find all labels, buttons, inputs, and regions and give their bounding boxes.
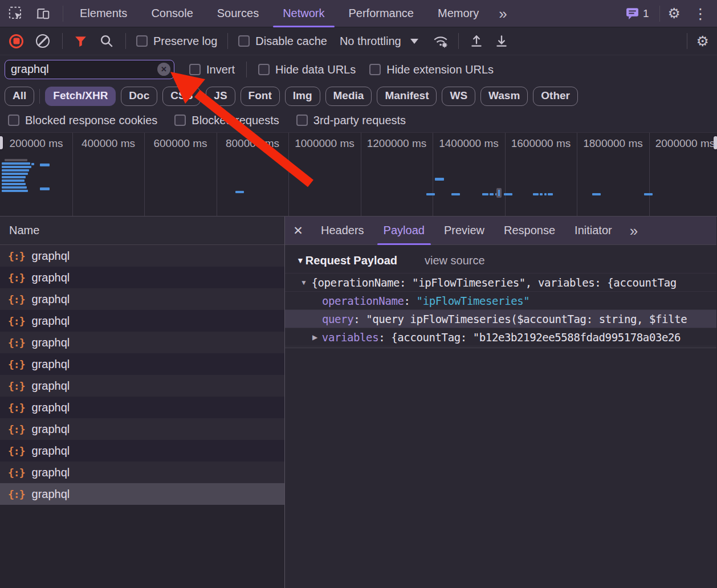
record-network-log-icon[interactable]	[9, 34, 23, 48]
timeline-gridline	[72, 133, 73, 216]
json-colon: :	[404, 295, 417, 307]
network-main-area: Name {:}graphql{:}graphql{:}graphql{:}gr…	[0, 217, 717, 588]
filter-chip-media[interactable]: Media	[325, 87, 372, 106]
filter-chip-ws[interactable]: WS	[442, 87, 475, 106]
detail-tab-headers[interactable]: Headers	[311, 217, 374, 245]
hide-data-urls-checkbox[interactable]	[258, 64, 270, 75]
request-row[interactable]: {:}graphql	[0, 310, 284, 332]
filter-input[interactable]	[5, 60, 174, 79]
search-icon[interactable]	[97, 31, 116, 51]
blocked-requests-label: Blocked requests	[192, 114, 279, 127]
filter-chip-other[interactable]: Other	[533, 87, 578, 106]
timeline-tick-label: 1600000 ms	[505, 137, 577, 150]
collapse-triangle-icon[interactable]: ▼	[296, 256, 304, 265]
filter-chip-manifest[interactable]: Manifest	[377, 87, 437, 106]
request-row[interactable]: {:}graphql	[0, 375, 284, 397]
filter-chip-doc[interactable]: Doc	[121, 87, 157, 106]
disable-cache-checkbox[interactable]	[238, 35, 250, 47]
detail-tab-response[interactable]: Response	[494, 217, 565, 245]
tab-elements[interactable]: Elements	[68, 0, 139, 27]
view-source-link[interactable]: view source	[425, 254, 485, 267]
request-row[interactable]: {:}graphql	[0, 483, 284, 505]
more-tabs-chevron-icon[interactable]: »	[491, 6, 515, 21]
filter-options-row: Blocked response cookies Blocked request…	[0, 108, 717, 133]
inspect-element-icon[interactable]	[6, 4, 25, 23]
detail-tab-payload[interactable]: Payload	[374, 217, 434, 245]
request-row[interactable]: {:}graphql	[0, 397, 284, 418]
tab-performance[interactable]: Performance	[337, 0, 426, 27]
request-payload-title[interactable]: ▼Request Payload	[296, 254, 397, 267]
tab-sources[interactable]: Sources	[205, 0, 271, 27]
network-toolbar: Preserve log Disable cache No throttling	[0, 27, 717, 55]
filter-input-wrap: ✕	[5, 60, 174, 79]
device-toolbar-icon[interactable]	[33, 4, 52, 23]
network-settings-gear-icon[interactable]: ⚙	[696, 34, 709, 48]
preserve-log-checkbox[interactable]	[136, 35, 148, 47]
third-party-requests-checkbox[interactable]	[296, 115, 308, 126]
filter-chip-js[interactable]: JS	[206, 87, 235, 106]
json-key: operationName	[322, 295, 404, 307]
close-panel-icon[interactable]: ✕	[285, 224, 311, 238]
divider	[659, 6, 660, 22]
issues-icon[interactable]	[622, 4, 642, 23]
more-detail-tabs-chevron-icon[interactable]: »	[622, 223, 646, 238]
timeline-tick-label: 400000 ms	[72, 137, 145, 150]
tab-network[interactable]: Network	[271, 0, 336, 27]
request-row[interactable]: {:}graphql	[0, 245, 284, 267]
timeline-tick-label: 1400000 ms	[433, 137, 505, 150]
blocked-response-cookies-checkbox[interactable]	[8, 115, 19, 126]
more-options-icon[interactable]: ⋮	[690, 6, 711, 21]
throttling-dropdown-arrow-icon[interactable]	[410, 39, 418, 44]
clear-network-log-icon[interactable]	[36, 34, 50, 48]
clear-filter-icon[interactable]: ✕	[157, 63, 170, 76]
network-activity-bar	[40, 187, 50, 190]
blocked-requests-checkbox[interactable]	[174, 115, 186, 126]
network-overview-timeline[interactable]: 200000 ms400000 ms600000 ms800000 ms1000…	[0, 133, 717, 217]
settings-gear-icon[interactable]: ⚙	[668, 6, 681, 21]
filter-chip-font[interactable]: Font	[241, 87, 280, 106]
payload-root-row[interactable]: ▼ {operationName: "ipFlowTimeseries", va…	[285, 273, 716, 291]
network-activity-bar	[451, 193, 460, 195]
expand-triangle-icon[interactable]: ▶	[312, 333, 317, 341]
tab-memory[interactable]: Memory	[426, 0, 491, 27]
import-har-icon[interactable]	[467, 31, 486, 51]
request-row[interactable]: {:}graphql	[0, 462, 284, 483]
network-activity-bar	[490, 193, 494, 195]
detail-tab-preview[interactable]: Preview	[434, 217, 494, 245]
request-row[interactable]: {:}graphql	[0, 418, 284, 440]
payload-operation-row[interactable]: operationName: "ipFlowTimeseries"	[285, 291, 716, 309]
filter-chip-img[interactable]: Img	[285, 87, 320, 106]
tab-console[interactable]: Console	[139, 0, 205, 27]
filter-chip-fetch-xhr[interactable]: Fetch/XHR	[45, 87, 116, 106]
timeline-gridline	[361, 133, 361, 216]
export-har-icon[interactable]	[492, 31, 511, 51]
name-column-header[interactable]: Name	[0, 217, 284, 245]
divider	[687, 33, 687, 49]
payload-query-row[interactable]: query: "query ipFlowTimeseries($accountT…	[285, 309, 716, 328]
expand-triangle-icon[interactable]: ▼	[300, 279, 307, 287]
issues-count[interactable]: 1	[643, 7, 649, 20]
throttling-select[interactable]: No throttling	[340, 35, 401, 48]
network-activity-bar	[482, 193, 488, 195]
filter-chip-all[interactable]: All	[5, 87, 34, 106]
filter-chip-wasm[interactable]: Wasm	[480, 87, 528, 106]
network-activity-bar	[540, 193, 543, 195]
network-activity-bar	[496, 188, 502, 198]
request-row[interactable]: {:}graphql	[0, 353, 284, 375]
request-row[interactable]: {:}graphql	[0, 288, 284, 310]
detail-tab-strip: HeadersPayloadPreviewResponseInitiator	[311, 217, 622, 245]
request-row[interactable]: {:}graphql	[0, 332, 284, 353]
request-row[interactable]: {:}graphql	[0, 440, 284, 462]
filter-funnel-icon[interactable]	[71, 31, 90, 51]
filter-chip-css[interactable]: CSS	[162, 87, 201, 106]
payload-variables-row[interactable]: ▶ variables: {accountTag: "b12e3b2192ee5…	[285, 328, 716, 346]
hide-extension-urls-checkbox[interactable]	[369, 64, 381, 75]
requests-table: Name {:}graphql{:}graphql{:}graphql{:}gr…	[0, 217, 285, 588]
network-activity-bar	[2, 166, 31, 168]
detail-tab-initiator[interactable]: Initiator	[565, 217, 622, 245]
request-row[interactable]: {:}graphql	[0, 267, 284, 288]
json-string-value: "query ipFlowTimeseries($accountTag: str…	[366, 313, 687, 325]
network-activity-bar	[2, 179, 25, 182]
network-conditions-icon[interactable]	[431, 31, 450, 51]
invert-checkbox[interactable]	[189, 64, 201, 75]
